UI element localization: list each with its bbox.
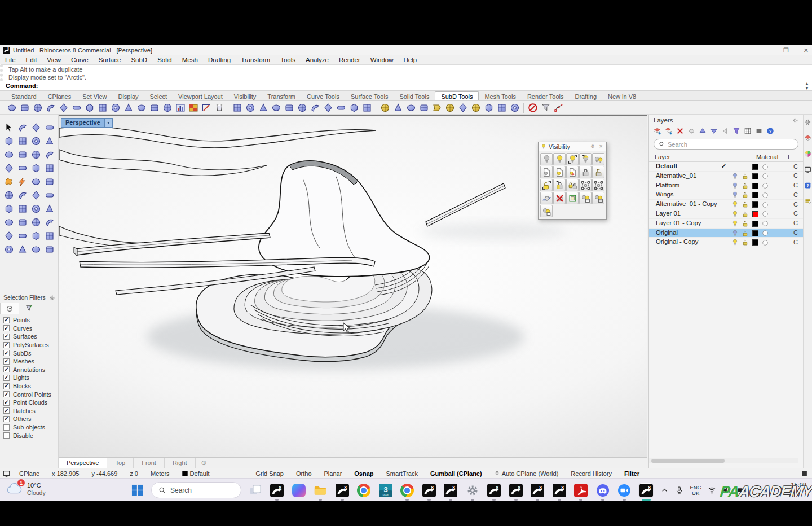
status-default[interactable]: Default: [176, 470, 216, 477]
layer-linetype[interactable]: C: [793, 163, 798, 170]
start-button[interactable]: [130, 483, 144, 497]
checkbox-annotations[interactable]: ✓: [3, 366, 10, 372]
language-indicator[interactable]: ENGUK: [690, 485, 701, 496]
checkbox-sub-objects[interactable]: [3, 424, 10, 431]
subd-tool-icon[interactable]: [361, 102, 373, 113]
toolbar-tab-new-in-v8[interactable]: New in V8: [602, 92, 642, 100]
layer-visibility-bulb-icon[interactable]: [731, 230, 739, 237]
status-grid-snap[interactable]: Grid Snap: [249, 470, 290, 477]
delete-layer-icon[interactable]: [675, 126, 685, 135]
objects-filter-tab-icon[interactable]: [0, 303, 19, 314]
sidebar-tool-icon[interactable]: [3, 230, 15, 242]
viewport-label[interactable]: Perspective: [61, 118, 105, 128]
unlock-selected-icon[interactable]: [540, 179, 553, 191]
subd-tool-icon[interactable]: [509, 102, 520, 113]
select-cursor-icon[interactable]: [3, 121, 15, 133]
status-x-182-905[interactable]: x 182.905: [46, 470, 85, 477]
display-tab-icon[interactable]: [804, 150, 811, 157]
menu-drafting[interactable]: Drafting: [203, 56, 236, 63]
subd-tool-icon[interactable]: [418, 102, 430, 113]
layer-row-platform[interactable]: PlatformC: [649, 181, 803, 191]
toolbar-tab-standard[interactable]: Standard: [6, 92, 42, 100]
status-meters[interactable]: Meters: [144, 470, 176, 477]
layer-row-layer-01-copy[interactable]: Layer 01 - CopyC: [649, 219, 803, 229]
status-cplane[interactable]: CPlane: [13, 470, 46, 477]
subd-tool-icon[interactable]: [553, 102, 564, 113]
subd-tool-icon[interactable]: [174, 102, 186, 113]
layer-color-swatch[interactable]: [752, 164, 758, 170]
column-material[interactable]: Material: [756, 154, 788, 160]
subd-tool-icon[interactable]: [296, 102, 308, 113]
subd-tool-icon[interactable]: [392, 102, 404, 113]
command-history[interactable]: Tap Alt to make a duplicate Display mode…: [0, 64, 812, 81]
isolate-layer-objects-icon[interactable]: [540, 205, 553, 217]
viewport-label-chip[interactable]: Perspective ▼: [61, 118, 113, 128]
perspective-viewport[interactable]: Perspective ▼ Visibility ⚙ ✕: [59, 115, 647, 457]
sidebar-tool-icon[interactable]: [16, 121, 28, 133]
subd-tool-icon[interactable]: [109, 102, 121, 113]
subd-tool-icon[interactable]: [483, 102, 495, 113]
subd-tool-icon[interactable]: [257, 102, 269, 113]
subd-tool-icon[interactable]: [283, 102, 295, 113]
layer-linetype[interactable]: C: [793, 239, 798, 246]
subd-tool-icon[interactable]: [70, 102, 82, 113]
layer-color-swatch[interactable]: [752, 211, 758, 217]
status-record-history[interactable]: Record History: [564, 470, 618, 477]
unlock-icon[interactable]: [592, 166, 604, 178]
duplicate-layer-icon[interactable]: [686, 126, 696, 135]
menu-curve[interactable]: Curve: [66, 56, 94, 63]
rhino-icon[interactable]: 8: [531, 483, 545, 497]
3ds-max-icon[interactable]: 3MAX: [378, 483, 392, 497]
layer-color-swatch[interactable]: [752, 201, 758, 208]
chevron-up-icon[interactable]: [660, 486, 669, 494]
status-osnap[interactable]: Osnap: [348, 470, 379, 477]
checkbox-disable[interactable]: [3, 432, 10, 439]
layer-lock-icon[interactable]: [742, 220, 749, 227]
layer-visibility-bulb-icon[interactable]: [731, 211, 739, 218]
toolbar-tab-set-view[interactable]: Set View: [77, 92, 112, 100]
subd-tool-icon[interactable]: [200, 102, 212, 113]
sidebar-tool-icon[interactable]: [3, 148, 15, 160]
toolbar-tab-curve-tools[interactable]: Curve Tools: [301, 92, 345, 100]
sidebar-tool-icon[interactable]: [30, 162, 42, 174]
sidebar-tool-icon[interactable]: [30, 121, 42, 133]
subd-tool-icon[interactable]: [187, 102, 199, 113]
subd-tool-icon[interactable]: [309, 102, 321, 113]
layer-material-icon[interactable]: [762, 211, 769, 217]
toolbar-tab-visibility[interactable]: Visibility: [228, 92, 262, 100]
subobjects-filter-tab-icon[interactable]: [19, 303, 38, 314]
chrome-icon[interactable]: [400, 483, 414, 497]
toolbar-tab-drafting[interactable]: Drafting: [570, 92, 603, 100]
menu-window[interactable]: Window: [365, 56, 399, 63]
sidebar-tool-icon[interactable]: [30, 216, 42, 228]
task-view-icon[interactable]: [248, 483, 262, 497]
subd-tool-icon[interactable]: [244, 102, 256, 113]
columns-icon[interactable]: [743, 126, 752, 135]
status-y-44-669[interactable]: y -44.669: [85, 470, 123, 477]
checkbox-curves[interactable]: ✓: [3, 325, 10, 331]
extract-frame-icon[interactable]: [566, 192, 579, 204]
show-points-icon[interactable]: [579, 179, 592, 191]
layer-linetype[interactable]: C: [793, 182, 798, 189]
layer-material-icon[interactable]: [762, 239, 769, 246]
sidebar-tool-icon[interactable]: [30, 135, 42, 147]
status-gumball-cplane[interactable]: Gumball (CPlane): [424, 470, 488, 477]
layer-lock-icon[interactable]: [742, 191, 749, 199]
gear-icon[interactable]: ⚙: [589, 144, 595, 149]
layer-search-input[interactable]: Search: [654, 139, 798, 150]
show-in-detail-icon[interactable]: [553, 166, 566, 178]
layer-material-icon[interactable]: [762, 173, 769, 179]
status-planar[interactable]: Planar: [318, 470, 348, 477]
layer-lock-icon[interactable]: [742, 230, 749, 237]
rhino-icon[interactable]: 8: [552, 483, 566, 497]
menu-tools[interactable]: Tools: [275, 56, 301, 63]
subd-tool-icon[interactable]: [58, 102, 69, 113]
sidebar-tool-icon[interactable]: [30, 230, 42, 242]
sidebar-tool-icon[interactable]: [43, 162, 55, 174]
subd-tool-icon[interactable]: [96, 102, 108, 113]
layer-color-swatch[interactable]: [752, 192, 758, 198]
hide-points-icon[interactable]: [592, 179, 604, 191]
toolbar-tab-mesh-tools[interactable]: Mesh Tools: [479, 92, 521, 100]
status-auto-cplane-world[interactable]: Auto CPlane (World): [488, 470, 565, 477]
sidebar-tool-icon[interactable]: [3, 216, 15, 228]
